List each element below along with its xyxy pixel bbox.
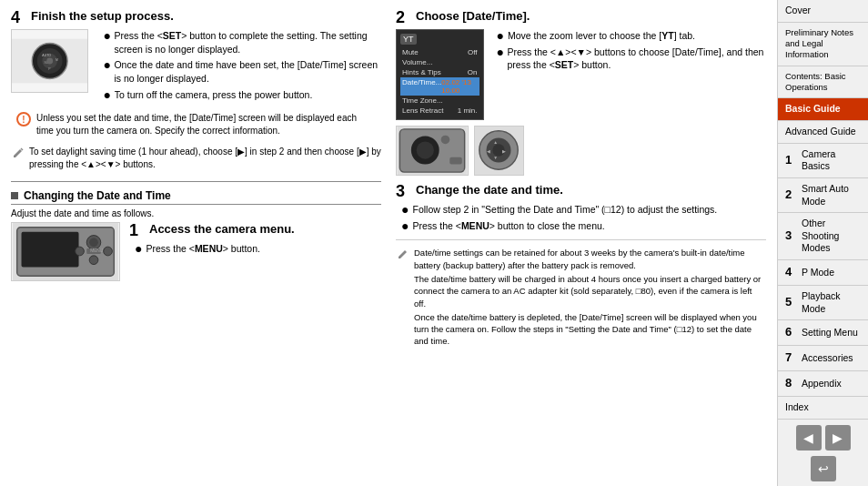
divider-1 [11,181,381,182]
sidebar-item-appendix[interactable]: 8 Appendix [778,371,868,397]
nav-back-icon: ↩ [818,461,829,476]
changing-date-section: Changing the Date and Time Adjust the da… [11,189,381,281]
nav-next-button[interactable]: ▶ [825,425,851,451]
small-images-row: ▲ ▼ ◀ ▶ [396,126,766,176]
sidebar-camera-basics-label: Camera Basics [802,148,861,173]
main-notice: ! Unless you set the date and time, the … [11,106,381,143]
camera-dial-image: AUTO SCN M P [11,29,88,93]
svg-point-8 [46,58,53,65]
nav-back-button[interactable]: ↩ [811,456,836,481]
sidebar-item-cover[interactable]: Cover [778,0,868,23]
bottom-notes: Date/time settings can be retained for a… [396,239,766,349]
section-icon [11,192,18,199]
menu-row-timezone: Time Zone... [400,96,479,106]
sidebar-item-contents[interactable]: Contents: Basic Operations [778,66,868,99]
step-2-number: 2 [396,9,410,25]
step-1-bullet-1: ● Press the <MENU> button. [135,242,295,256]
bottom-note-2: The date/time battery will be charged in… [414,273,766,309]
daylight-note: To set daylight saving time (1 hour ahea… [11,143,381,174]
sidebar-item-smart-auto[interactable]: 2 Smart Auto Mode [778,178,868,213]
svg-rect-11 [22,232,79,268]
sidebar-contents-label: Contents: Basic Operations [785,71,861,94]
svg-text:AUTO: AUTO [42,54,51,57]
nav-next-icon: ▶ [833,430,843,445]
svg-point-16 [76,248,85,257]
sidebar-bottom: ◀ ▶ ↩ 13 [778,420,868,486]
daylight-text: To set daylight saving time (1 hour ahea… [29,146,381,171]
section-title: Changing the Date and Time [24,189,171,202]
sidebar-index-label: Index [785,401,861,414]
notice-text: Unless you set the date and time, the [D… [36,112,376,137]
nav-prev-button[interactable]: ◀ [796,425,822,451]
sidebar-item-other-shooting[interactable]: 3 Other Shooting Modes [778,213,868,260]
svg-rect-24 [449,157,461,165]
step-4-title: Finish the setup process. [31,9,174,25]
sidebar-p-mode-num: 4 [785,265,798,280]
sidebar-playback-num: 5 [785,295,798,310]
nav-arrows: ◀ ▶ [778,420,868,456]
sidebar-appendix-label: Appendix [802,378,861,390]
sidebar-other-shooting-num: 3 [785,228,798,244]
note-icon-1 [396,247,410,261]
step-3-bullet-1: ● Follow step 2 in "Setting the Date and… [401,203,766,217]
step-2-title: Choose [Date/Time]. [416,9,530,25]
sidebar-item-basic-guide[interactable]: Basic Guide [778,98,868,121]
sidebar-item-camera-basics[interactable]: 1 Camera Basics [778,144,868,178]
note-pencil-icon [11,146,25,160]
sidebar-accessories-label: Accessories [802,352,861,365]
sidebar-item-playback[interactable]: 5 Playback Mode [778,286,868,320]
step-2-section: 2 Choose [Date/Time]. YT MuteOff Volume.… [396,9,766,176]
sidebar-camera-basics-num: 1 [785,153,798,168]
svg-point-15 [104,248,113,257]
svg-text:▶: ▶ [502,149,506,154]
menu-row-hints: Hints & TipsOn [400,67,479,77]
menu-tab-yt: YT [400,34,417,45]
bottom-note-3: Once the date/time battery is depleted, … [414,311,766,348]
camera-small-image-1 [396,126,469,176]
svg-text:MENU: MENU [90,248,104,253]
svg-point-13 [89,238,98,248]
sidebar-item-accessories[interactable]: 7 Accessories [778,346,868,371]
sidebar-setting-menu-num: 6 [785,325,798,340]
svg-point-14 [89,256,98,265]
sidebar-item-index[interactable]: Index [778,397,868,420]
sidebar-basic-guide-label: Basic Guide [785,103,861,116]
step-4-bullet-2: ● Once the date and time have been set, … [103,58,381,85]
sidebar-p-mode-label: P Mode [802,267,861,279]
camera-back-image: MENU [11,222,120,281]
sidebar: Cover Preliminary Notes and Legal Inform… [777,0,868,486]
step-4-bullets: ● Press the <SET> button to complete the… [97,29,381,101]
step-4-number: 4 [11,9,25,25]
right-column: 2 Choose [Date/Time]. YT MuteOff Volume.… [396,9,766,477]
sidebar-accessories-num: 7 [785,350,798,366]
step-3-title: Change the date and time. [416,183,563,198]
svg-point-23 [441,136,450,145]
step-3-number: 3 [396,183,410,199]
bottom-note-1: Date/time settings can be retained for a… [414,247,766,271]
sidebar-cover-label: Cover [785,5,861,17]
step-3-section: 3 Change the date and time. ● Follow ste… [396,183,766,232]
svg-text:◀: ◀ [487,149,490,154]
sidebar-item-setting-menu[interactable]: 6 Setting Menu [778,320,868,346]
section-subtitle: Adjust the date and time as follows. [11,208,381,218]
menu-screen: YT MuteOff Volume... Hints & TipsOn Date [396,29,484,120]
menu-row-lens: Lens Retract1 min. [400,106,479,116]
sidebar-setting-menu-label: Setting Menu [802,327,861,339]
step-4-bullet-1: ● Press the <SET> button to complete the… [103,29,381,56]
sidebar-appendix-num: 8 [785,376,798,391]
svg-text:▲: ▲ [493,140,498,145]
sidebar-preliminary-label: Preliminary Notes and Legal Information [785,27,861,61]
sidebar-item-preliminary[interactable]: Preliminary Notes and Legal Information [778,23,868,66]
step-4-section: 4 Finish the setup process. AUTO SCN [11,9,381,174]
menu-row-mute: MuteOff [400,47,479,57]
sidebar-item-advanced-guide[interactable]: Advanced Guide [778,121,868,144]
sidebar-smart-auto-num: 2 [785,187,798,203]
step-1-title: Access the camera menu. [149,222,295,238]
step-3-bullet-2: ● Press the <MENU> button to close the m… [401,219,766,233]
sidebar-item-p-mode[interactable]: 4 P Mode [778,260,868,286]
menu-row-datetime: Date/Time...02.02 '13 10:00 [400,77,479,96]
left-column: 4 Finish the setup process. AUTO SCN [11,9,381,477]
sidebar-playback-label: Playback Mode [802,290,861,315]
svg-text:M: M [56,58,58,62]
step-2-bullet-1: ● Move the zoom lever to choose the [YT]… [497,29,766,43]
